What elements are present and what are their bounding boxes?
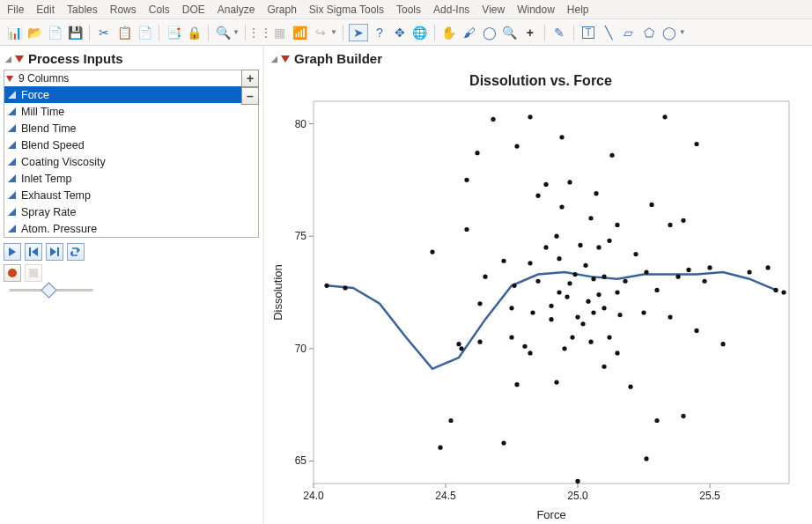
data-point[interactable] [501,259,506,263]
data-point[interactable] [773,288,778,292]
data-point[interactable] [554,234,558,239]
data-point[interactable] [628,385,632,389]
data-point[interactable] [575,314,579,319]
data-point[interactable] [570,335,574,339]
data-point[interactable] [654,418,659,423]
data-point[interactable] [535,194,540,198]
data-point[interactable] [430,249,434,254]
column-item-atom-pressure[interactable]: Atom. Pressure [4,220,258,237]
column-item-coating-viscosity[interactable]: Coating Viscosity [4,153,258,170]
red-triangle-icon[interactable] [281,55,290,63]
add-column-button[interactable]: + [241,70,259,87]
data-point[interactable] [707,265,712,269]
magnify-icon[interactable]: 🔍 [501,24,519,41]
data-point[interactable] [668,314,672,319]
data-point[interactable] [559,135,564,139]
step-forward-button[interactable] [46,243,63,261]
globe-icon[interactable]: 🌐 [411,24,429,41]
menu-add-ins[interactable]: Add-Ins [433,4,469,16]
data-point[interactable] [530,310,535,314]
step-back-button[interactable] [25,243,42,261]
data-point[interactable] [765,265,770,269]
menu-tools[interactable]: Tools [396,4,421,16]
redo-dropdown-icon[interactable]: ▼ [330,28,337,36]
data-point[interactable] [617,313,622,317]
list-icon[interactable]: ⋮⋮ [251,24,269,41]
crosshair-icon[interactable]: ✥ [391,24,409,41]
data-point[interactable] [623,279,627,284]
zoom-icon[interactable]: 🔍 [214,24,232,41]
data-point[interactable] [591,277,595,281]
data-point[interactable] [459,346,463,351]
data-point[interactable] [591,310,595,314]
project-icon[interactable]: 📊 [5,24,23,41]
data-point[interactable] [615,223,619,227]
column-item-mill-time[interactable]: Mill Time [4,103,258,120]
data-point[interactable] [528,261,532,265]
data-point[interactable] [575,479,579,483]
zoom-dropdown-icon[interactable]: ▼ [233,28,240,36]
data-point[interactable] [549,304,553,308]
data-point[interactable] [644,269,648,274]
data-point[interactable] [747,269,751,274]
barchart-icon[interactable]: 📶 [292,24,309,41]
data-point[interactable] [324,284,328,288]
data-point[interactable] [668,223,672,227]
data-point[interactable] [615,290,619,294]
open-icon[interactable]: 📂 [26,24,43,41]
data-point[interactable] [477,301,482,306]
data-point[interactable] [681,218,685,223]
menu-cols[interactable]: Cols [149,4,170,16]
graph-builder-title-bar[interactable]: ◢ Graph Builder [269,49,812,70]
menu-file[interactable]: File [7,4,24,16]
data-point[interactable] [559,204,564,209]
polygon-tool-icon[interactable]: ⬠ [640,24,658,41]
menu-analyze[interactable]: Analyze [218,4,255,16]
data-point[interactable] [580,321,585,326]
ellipse-tool-icon[interactable]: ◯ [661,24,678,41]
disclosure-icon[interactable]: ◢ [4,55,12,63]
column-item-inlet-temp[interactable]: Inlet Temp [4,170,258,187]
data-point[interactable] [535,279,540,284]
process-inputs-title-bar[interactable]: ◢ Process Inputs [4,49,259,70]
column-list-header[interactable]: 9 Columns [4,70,258,86]
data-point[interactable] [501,440,506,445]
menu-tables[interactable]: Tables [67,4,98,16]
record-button[interactable] [4,264,21,282]
data-point[interactable] [557,290,561,294]
data-point[interactable] [702,279,706,284]
data-point[interactable] [438,446,442,450]
loop-button[interactable] [67,243,85,261]
data-point[interactable] [644,456,648,461]
pencil-icon[interactable]: ✎ [550,24,568,41]
brush-tool-icon[interactable]: 🖌 [461,24,478,41]
data-point[interactable] [456,342,461,346]
data-point[interactable] [596,292,601,297]
column-item-exhaust-temp[interactable]: Exhaust Temp [4,187,258,203]
table-icon[interactable]: ▦ [271,24,289,41]
line-tool-icon[interactable]: ╲ [600,24,617,41]
red-triangle-icon[interactable] [6,76,13,82]
redo-icon[interactable]: ↪ [312,24,329,41]
copy-icon[interactable]: 📋 [115,24,133,41]
lock-icon[interactable]: 🔒 [185,24,203,41]
data-point[interactable] [781,290,786,294]
data-point[interactable] [512,284,516,288]
menu-graph[interactable]: Graph [267,4,296,16]
data-point[interactable] [675,275,680,279]
menu-edit[interactable]: Edit [36,4,55,16]
data-point[interactable] [694,328,698,333]
data-point[interactable] [475,151,479,155]
data-point[interactable] [641,310,646,314]
data-point[interactable] [588,216,593,220]
data-point[interactable] [464,178,469,182]
data-point[interactable] [578,243,582,247]
data-point[interactable] [662,114,667,119]
remove-column-button[interactable]: – [241,87,259,105]
data-point[interactable] [557,256,561,261]
arrow-tool-icon[interactable]: ➤ [349,24,368,41]
shape-tool-icon[interactable]: ▱ [620,24,638,41]
data-point[interactable] [514,144,519,148]
chart-area[interactable]: 24.024.525.025.565707580ForceDissolution [269,94,812,524]
menu-doe[interactable]: DOE [182,4,205,16]
